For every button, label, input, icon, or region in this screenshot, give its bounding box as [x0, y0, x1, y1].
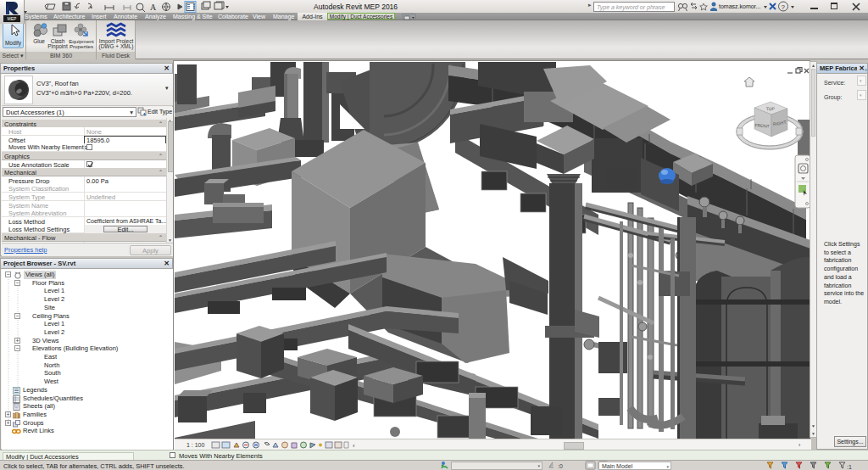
svg-text:FRONT: FRONT [754, 122, 770, 128]
svg-text:‹: ‹ [353, 442, 355, 450]
svg-text:?: ? [782, 3, 786, 11]
svg-text:TOP: TOP [766, 106, 776, 112]
svg-text::1: :1 [847, 464, 852, 470]
svg-text:tomasz.komor...: tomasz.komor... [719, 3, 760, 9]
svg-text:A: A [150, 3, 157, 12]
svg-text::0: :0 [558, 463, 563, 469]
svg-text:MEP: MEP [8, 16, 18, 21]
